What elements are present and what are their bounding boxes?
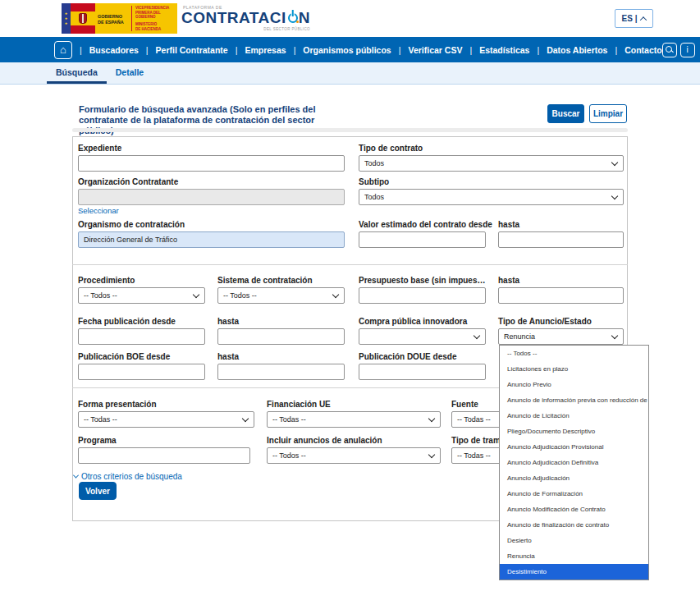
presupuesto-hasta-label: hasta (498, 276, 624, 285)
valor-hasta-input[interactable] (498, 231, 624, 248)
ministerio-text: MINISTERIO DE HACIENDA (135, 22, 177, 31)
dropdown-option[interactable]: Anuncio Previo (500, 377, 648, 392)
tipo-anuncio-label: Tipo de Anuncio/Estado (498, 317, 624, 326)
form-top-strip (72, 128, 628, 132)
info-button[interactable]: i (680, 43, 695, 57)
home-icon: ⌂ (60, 44, 66, 56)
chevron-down-icon (193, 291, 199, 298)
chevron-down-icon (611, 159, 618, 166)
tipo-anuncio-select[interactable]: Renuncia (498, 328, 624, 345)
chevron-down-icon (611, 193, 618, 199)
search-button[interactable] (662, 43, 677, 57)
language-label: ES | (622, 14, 638, 23)
nav-links: BuscadoresPerfil ContratanteEmpresasOrga… (72, 45, 662, 55)
nav-link[interactable]: Buscadores (72, 45, 139, 55)
seleccionar-link[interactable]: Seleccionar (78, 206, 119, 215)
fecha-pub-hasta-label: hasta (217, 317, 345, 326)
dropdown-option[interactable]: -- Todos -- (500, 346, 648, 361)
chevron-down-icon (73, 473, 79, 479)
fecha-pub-desde-label: Fecha publicación desde (78, 317, 205, 326)
dropdown-option[interactable]: Anuncio de información previa con reducc… (500, 392, 648, 408)
dropdown-option[interactable]: Anuncio Adjudicación Definitiva (500, 455, 648, 470)
chevron-down-icon (474, 332, 480, 339)
coat-of-arms-icon (79, 13, 87, 24)
dropdown-option[interactable]: Anuncio de Licitación (500, 408, 648, 424)
chevron-down-icon (428, 451, 435, 458)
otros-criterios-link[interactable]: Otros criterios de búsqueda (74, 472, 182, 481)
procedimiento-label: Procedimiento (78, 276, 205, 285)
organizacion-contratante-label: Organización Contratante (78, 177, 345, 186)
power-button-icon (288, 13, 298, 23)
top-header: GOBIERNO DE ESPAÑA VICEPRESIDENCIA PRIME… (0, 0, 700, 37)
valor-hasta-label: hasta (498, 220, 624, 229)
dropdown-option[interactable]: Anuncio de Formalización (500, 486, 648, 502)
dropdown-option[interactable]: Licitaciones en plazo (500, 361, 648, 377)
chevron-up-icon (640, 16, 647, 23)
search-icon (666, 46, 672, 53)
vicepresidencia-text: VICEPRESIDENCIA PRIMERA DEL GOBIERNO (135, 6, 177, 20)
compra-innovadora-label: Compra pública innovadora (359, 317, 486, 326)
chevron-down-icon (242, 415, 249, 422)
programa-input[interactable] (78, 447, 250, 464)
language-selector-button[interactable]: ES | (615, 9, 653, 28)
boe-desde-label: Publicación BOE desde (78, 352, 205, 361)
boe-desde-input[interactable] (78, 364, 205, 380)
valor-desde-input[interactable] (359, 231, 486, 248)
dropdown-option[interactable]: Anuncio Modificación de Contrato (500, 502, 648, 517)
tab[interactable]: Detalle (107, 62, 153, 84)
nav-link[interactable]: Organismos públicos (286, 45, 391, 55)
volver-button[interactable]: Volver (79, 482, 117, 500)
incluir-anulacion-select[interactable]: -- Todos -- (267, 447, 441, 464)
brand-bottom-text: DEL SECTOR PÚBLICO (181, 27, 310, 31)
nav-link[interactable]: Empresas (228, 45, 286, 55)
chevron-down-icon (428, 415, 435, 422)
nav-link[interactable]: Perfil Contratante (139, 45, 228, 55)
nav-link[interactable]: Verificar CSV (391, 45, 463, 55)
presupuesto-desde-label: Presupuesto base (sin impuestos) d... (359, 276, 486, 285)
programa-label: Programa (78, 436, 250, 445)
compra-innovadora-select[interactable] (359, 328, 486, 345)
expediente-label: Expediente (78, 144, 345, 153)
tab-bar: BúsquedaDetalle (0, 62, 700, 85)
page: GOBIERNO DE ESPAÑA VICEPRESIDENCIA PRIME… (0, 0, 700, 591)
valor-desde-label: Valor estimado del contrato desde (359, 220, 486, 229)
dropdown-option[interactable]: Pliego/Documento Descriptivo (500, 424, 648, 439)
doue-desde-input[interactable] (359, 364, 486, 380)
contratacion-logo: PLATAFORMA DE CONTRATACIN DEL SECTOR PÚB… (181, 5, 310, 31)
nav-link[interactable]: Contacto (607, 45, 661, 55)
chevron-down-icon (332, 291, 339, 298)
dropdown-option[interactable]: Anuncio de finalización de contrato (500, 517, 648, 533)
boe-hasta-label: hasta (217, 352, 345, 361)
presupuesto-hasta-input[interactable] (498, 287, 624, 304)
limpiar-button[interactable]: Limpiar (589, 104, 627, 123)
home-button[interactable]: ⌂ (54, 41, 72, 59)
procedimiento-select[interactable]: -- Todos -- (78, 287, 205, 304)
info-icon: i (687, 45, 689, 54)
sistema-contratacion-label: Sistema de contratación (217, 276, 345, 285)
eu-flag-strip-icon (62, 3, 71, 34)
brand-main-text: CONTRATACIN (181, 10, 310, 26)
tipo-contrato-select[interactable]: Todos (359, 155, 624, 172)
nav-link[interactable]: Datos Abiertos (529, 45, 607, 55)
dropdown-option[interactable]: Anuncio Adjudicación Provisional (500, 439, 648, 455)
boe-hasta-input[interactable] (217, 364, 345, 380)
nav-link[interactable]: Estadísticas (462, 45, 529, 55)
tipo-contrato-label: Tipo de contrato (359, 144, 624, 153)
dropdown-option[interactable]: Anuncio Adjudicación (500, 470, 648, 486)
dropdown-option[interactable]: Desistimiento (500, 564, 648, 580)
fecha-pub-desde-input[interactable] (78, 328, 205, 345)
fecha-pub-hasta-input[interactable] (217, 328, 345, 345)
organismo-input[interactable]: Dirección General de Tráfico (78, 231, 345, 248)
subtipo-select[interactable]: Todos (359, 189, 624, 205)
organismo-label: Organismo de contratación (78, 220, 345, 229)
financiacion-ue-select[interactable]: -- Todas -- (267, 411, 441, 428)
dropdown-option[interactable]: Renuncia (500, 548, 648, 564)
gobierno-text: GOBIERNO DE ESPAÑA (95, 3, 131, 34)
buscar-button[interactable]: Buscar (547, 104, 584, 123)
tab[interactable]: Búsqueda (47, 62, 107, 84)
presupuesto-desde-input[interactable] (359, 287, 486, 304)
forma-presentacion-select[interactable]: -- Todas -- (78, 411, 254, 428)
sistema-contratacion-select[interactable]: -- Todos -- (217, 287, 345, 304)
dropdown-option[interactable]: Desierto (500, 533, 648, 548)
expediente-input[interactable] (78, 155, 345, 172)
